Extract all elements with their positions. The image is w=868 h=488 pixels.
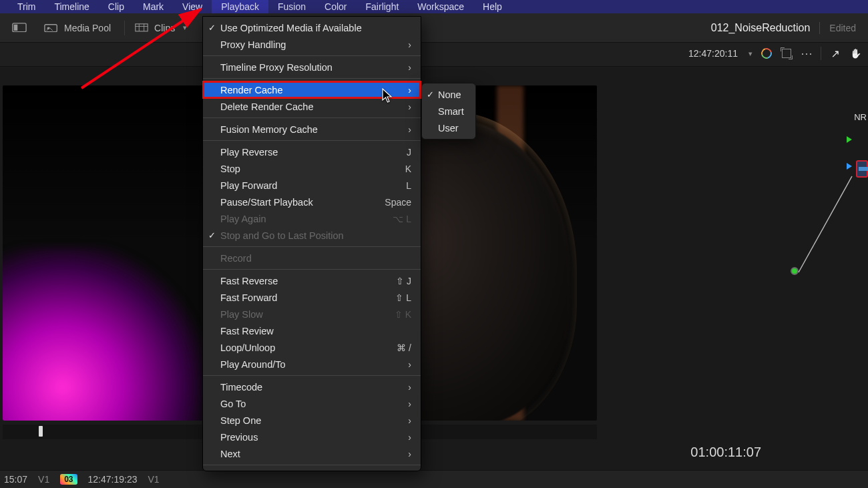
- menu-mark[interactable]: Mark: [134, 0, 173, 13]
- title-separator: [819, 22, 820, 34]
- clips-dropdown[interactable]: Clips ▾: [128, 20, 194, 36]
- clips-icon: [134, 23, 149, 33]
- chevron-right-icon: ›: [408, 382, 411, 393]
- menu-separator: [203, 78, 421, 79]
- bottom-tc-left: 15:07: [4, 474, 27, 485]
- mi-play-slow: Play Slow⇧ K: [203, 306, 421, 322]
- playback-menu: Use Optimized Media if Available Proxy H…: [202, 16, 421, 471]
- project-title: 012_NoiseReduction: [711, 22, 811, 34]
- chevron-right-icon: ›: [408, 39, 411, 50]
- mi-pause-start[interactable]: Pause/Start PlaybackSpace: [203, 194, 421, 210]
- chevron-right-icon: ›: [408, 101, 411, 112]
- node-strip: [859, 167, 868, 171]
- node-link: [795, 174, 856, 274]
- menu-trim[interactable]: Trim: [8, 0, 45, 13]
- mi-render-cache[interactable]: Render Cache›: [203, 81, 421, 98]
- chevron-right-icon: ›: [408, 432, 411, 443]
- chevron-right-icon: ›: [408, 359, 411, 370]
- svg-rect-1: [14, 24, 17, 30]
- menu-workspace[interactable]: Workspace: [408, 0, 473, 13]
- chevron-down-icon: ▾: [183, 23, 187, 32]
- chevron-right-icon: ›: [408, 399, 411, 409]
- bottom-bar: 15:07 V1 03 12:47:19:23 V1: [0, 470, 868, 488]
- svg-rect-2: [45, 24, 57, 31]
- chevron-right-icon: ›: [408, 415, 411, 426]
- track-label-v1a: V1: [38, 474, 49, 485]
- sep: [821, 47, 821, 60]
- mi-proxy-handling[interactable]: Proxy Handling›: [203, 36, 421, 53]
- hand-tool-icon[interactable]: [849, 47, 861, 59]
- expand-icon[interactable]: [781, 47, 793, 59]
- track-label-v1b: V1: [148, 474, 160, 485]
- mi-step-one[interactable]: Step One›: [203, 412, 421, 429]
- chevron-right-icon: ›: [408, 62, 411, 73]
- mi-fast-forward[interactable]: Fast Forward⇧ L: [203, 289, 421, 306]
- clips-label: Clips: [154, 23, 175, 33]
- menu-separator: [203, 269, 421, 270]
- menu-separator: [203, 246, 421, 247]
- clip-thumb-number[interactable]: 03: [60, 474, 77, 485]
- menu-separator: [203, 117, 421, 118]
- chevron-right-icon: ›: [408, 85, 411, 95]
- timecode-chevron-icon[interactable]: ▾: [748, 49, 752, 58]
- pointer-tool-icon[interactable]: [829, 47, 841, 59]
- menubar: Trim Timeline Clip Mark View Playback Fu…: [0, 0, 868, 13]
- mi-go-to[interactable]: Go To›: [203, 395, 421, 412]
- more-options-icon[interactable]: [801, 47, 813, 59]
- project-subtitle: Edited: [829, 23, 856, 33]
- mi-previous[interactable]: Previous›: [203, 429, 421, 445]
- svg-rect-4: [136, 23, 148, 31]
- media-pool-label: Media Pool: [64, 23, 111, 33]
- panel-icon: [12, 23, 27, 33]
- submenu-user[interactable]: User: [422, 119, 475, 136]
- mi-play-forward[interactable]: Play ForwardL: [203, 177, 421, 194]
- media-pool-button[interactable]: Media Pool: [37, 20, 118, 36]
- node-input-marker-icon: [847, 136, 852, 143]
- secondary-bar: 12:47:20:11 ▾: [0, 43, 868, 67]
- menu-color[interactable]: Color: [315, 0, 356, 13]
- mi-loop-unloop[interactable]: Loop/Unloop⌘ /: [203, 339, 421, 356]
- mi-use-optimized[interactable]: Use Optimized Media if Available: [203, 19, 421, 36]
- mi-next[interactable]: Next›: [203, 445, 421, 462]
- title-area: 012_NoiseReduction Edited: [711, 13, 868, 43]
- bypass-color-icon[interactable]: [761, 47, 773, 59]
- mi-play-around[interactable]: Play Around/To›: [203, 356, 421, 373]
- mi-record: Record: [203, 250, 421, 266]
- mi-fast-reverse[interactable]: Fast Reverse⇧ J: [203, 272, 421, 289]
- node-input-marker2-icon: [847, 163, 852, 170]
- mi-play-reverse[interactable]: Play ReverseJ: [203, 144, 421, 160]
- mi-timecode[interactable]: Timecode›: [203, 379, 421, 395]
- mi-play-again: Play Again⌥ L: [203, 210, 421, 227]
- submenu-smart[interactable]: Smart: [422, 103, 475, 119]
- menu-fairlight[interactable]: Fairlight: [357, 0, 409, 13]
- bottom-tc-mid: 12:47:19:23: [88, 474, 138, 485]
- record-timecode: 01:00:11:07: [690, 445, 761, 460]
- menu-separator: [203, 465, 421, 465]
- menu-separator: [203, 55, 421, 56]
- chevron-right-icon: ›: [408, 124, 411, 135]
- menu-separator: [203, 375, 421, 376]
- mi-fast-review[interactable]: Fast Review: [203, 322, 421, 339]
- media-pool-icon: [44, 23, 59, 33]
- render-cache-submenu: None Smart User: [421, 83, 476, 140]
- toolbar-unknown-button[interactable]: [5, 20, 33, 36]
- toolbar-separator: [124, 21, 125, 35]
- menu-clip[interactable]: Clip: [99, 0, 134, 13]
- menu-view[interactable]: View: [173, 0, 212, 13]
- menu-fusion[interactable]: Fusion: [268, 0, 315, 13]
- submenu-none[interactable]: None: [422, 86, 475, 103]
- mi-timeline-proxy[interactable]: Timeline Proxy Resolution›: [203, 59, 421, 75]
- mi-stop-go-last[interactable]: Stop and Go to Last Position: [203, 227, 421, 244]
- mi-stop[interactable]: StopK: [203, 160, 421, 177]
- menu-separator: [203, 140, 421, 141]
- playhead[interactable]: [39, 426, 43, 437]
- menu-help[interactable]: Help: [473, 0, 511, 13]
- viewer-timecode[interactable]: 12:47:20:11: [688, 48, 738, 59]
- node-graph[interactable]: NR: [781, 67, 868, 461]
- menu-timeline[interactable]: Timeline: [45, 0, 98, 13]
- mi-delete-render-cache[interactable]: Delete Render Cache›: [203, 98, 421, 115]
- mi-fusion-memory-cache[interactable]: Fusion Memory Cache›: [203, 121, 421, 138]
- chevron-right-icon: ›: [408, 449, 411, 459]
- menu-playback[interactable]: Playback: [212, 0, 268, 13]
- node-label: NR: [854, 112, 867, 122]
